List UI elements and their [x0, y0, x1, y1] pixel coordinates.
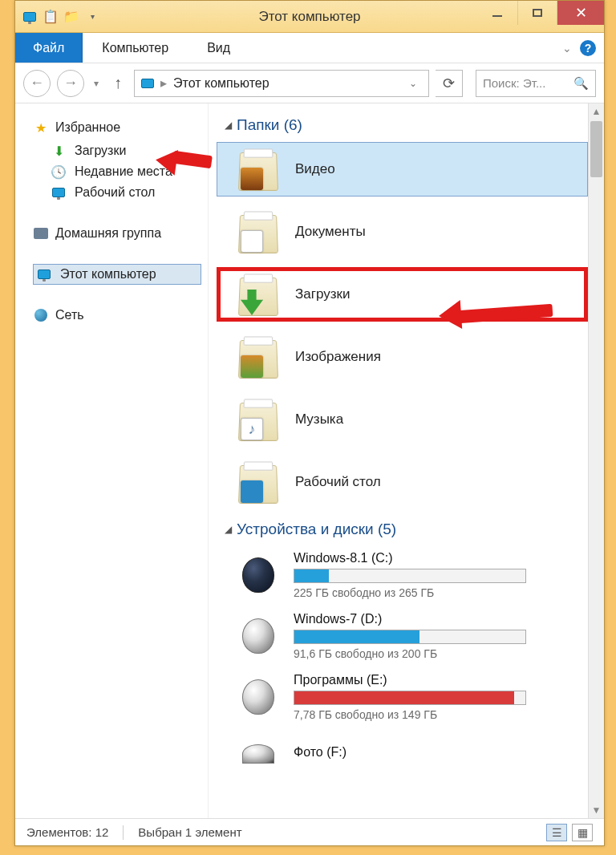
search-placeholder: Поиск: Эт... — [483, 76, 573, 90]
folder-item-desktop[interactable]: Рабочий стол — [217, 455, 588, 509]
address-dropdown-icon[interactable]: ⌄ — [404, 78, 422, 89]
titlebar[interactable]: 📋 📁 ▾ Этот компьютер ✕ — [15, 1, 604, 33]
capacity-bar — [294, 569, 526, 583]
content-pane: ◢ Папки (6) Видео Документы Загрузки — [208, 103, 604, 818]
up-button[interactable]: ↑ — [108, 74, 128, 93]
sidebar-network[interactable]: Сеть — [33, 307, 201, 323]
drive-item-f[interactable]: Фото (F:) — [217, 729, 588, 774]
homegroup-icon — [33, 225, 49, 241]
star-icon: ★ — [33, 120, 49, 136]
drive-icon — [236, 734, 281, 774]
view-controls: ☰ ▦ — [546, 824, 593, 841]
folder-item-pictures[interactable]: Изображения — [217, 330, 588, 384]
quick-access-toolbar: 📋 📁 ▾ — [15, 9, 100, 25]
folder-item-music[interactable]: ♪ Музыка — [217, 392, 588, 447]
breadcrumb-text[interactable]: Этот компьютер — [173, 76, 398, 91]
folder-icon — [236, 334, 281, 379]
folder-icon — [236, 272, 281, 317]
search-box[interactable]: Поиск: Эт... 🔍 — [476, 70, 596, 97]
folders-group-header[interactable]: ◢ Папки (6) — [225, 116, 588, 134]
sidebar-item-downloads[interactable]: ⬇ Загрузки — [33, 140, 201, 161]
scroll-thumb[interactable] — [590, 121, 602, 177]
maximize-button[interactable] — [517, 1, 557, 25]
folder-item-downloads[interactable]: Загрузки — [217, 267, 588, 322]
sidebar-homegroup[interactable]: Домашняя группа — [33, 225, 201, 241]
sidebar-item-desktop[interactable]: Рабочий стол — [33, 182, 201, 203]
network-icon — [33, 307, 49, 323]
close-button[interactable]: ✕ — [557, 1, 604, 25]
sidebar-item-this-pc[interactable]: Этот компьютер — [33, 264, 201, 285]
file-tab-label: Файл — [33, 41, 64, 55]
refresh-button[interactable]: ⟳ — [436, 70, 463, 97]
folder-icon — [236, 209, 281, 254]
desktop-icon — [51, 184, 67, 201]
folder-item-video[interactable]: Видео — [217, 142, 588, 197]
file-tab[interactable]: Файл — [15, 33, 83, 63]
download-icon: ⬇ — [51, 143, 67, 159]
capacity-bar — [294, 630, 526, 644]
capacity-bar — [294, 691, 526, 705]
collapse-icon[interactable]: ◢ — [225, 120, 232, 131]
drive-icon — [236, 555, 281, 595]
folder-icon: ♪ — [236, 397, 281, 442]
computer-icon — [22, 9, 38, 25]
search-icon[interactable]: 🔍 — [573, 76, 589, 91]
drive-item-e[interactable]: Программы (E:) 7,78 ГБ свободно из 149 Г… — [217, 668, 588, 726]
tab-computer[interactable]: Компьютер — [83, 33, 188, 63]
status-bar: Элементов: 12 Выбран 1 элемент ☰ ▦ — [15, 818, 604, 845]
history-dropdown-icon[interactable]: ▾ — [91, 78, 102, 89]
drive-item-d[interactable]: Windows-7 (D:) 91,6 ГБ свободно из 200 Г… — [217, 607, 588, 665]
forward-button[interactable]: → — [57, 70, 84, 97]
drive-icon — [236, 616, 281, 656]
qat-dropdown-icon[interactable]: ▾ — [84, 9, 100, 25]
drives-group-header[interactable]: ◢ Устройства и диски (5) — [225, 521, 588, 538]
clock-icon: 🕓 — [51, 164, 67, 180]
tab-view[interactable]: Вид — [188, 33, 249, 63]
folder-item-documents[interactable]: Документы — [217, 205, 588, 259]
scroll-down-icon[interactable]: ▼ — [589, 802, 604, 818]
help-icon[interactable]: ? — [580, 40, 596, 56]
window-controls: ✕ — [477, 1, 604, 25]
computer-icon — [36, 266, 52, 282]
folder-icon — [236, 147, 281, 192]
properties-icon[interactable]: 📋 — [43, 9, 59, 25]
back-button[interactable]: ← — [23, 70, 51, 97]
body: ★ Избранное ⬇ Загрузки 🕓 Недавние места … — [15, 103, 604, 818]
minimize-button[interactable] — [477, 1, 517, 25]
separator — [123, 825, 124, 840]
computer-icon — [141, 79, 154, 88]
status-selection: Выбран 1 элемент — [138, 825, 241, 839]
view-details-button[interactable]: ☰ — [546, 824, 567, 841]
scroll-up-icon[interactable]: ▲ — [589, 103, 604, 120]
address-bar[interactable]: ▸ Этот компьютер ⌄ — [134, 70, 429, 97]
sidebar-favorites-header[interactable]: ★ Избранное — [33, 120, 201, 136]
content-scroll[interactable]: ◢ Папки (6) Видео Документы Загрузки — [209, 103, 588, 818]
view-icons-button[interactable]: ▦ — [572, 824, 593, 841]
ribbon-expand-icon[interactable]: ⌄ — [562, 42, 572, 55]
breadcrumb-separator-icon: ▸ — [160, 75, 167, 91]
vertical-scrollbar[interactable]: ▲ ▼ — [588, 103, 604, 818]
explorer-window: 📋 📁 ▾ Этот компьютер ✕ Файл Компьютер Ви… — [14, 0, 605, 846]
new-folder-icon[interactable]: 📁 — [63, 9, 79, 25]
drive-icon — [236, 677, 281, 717]
folder-icon — [236, 460, 281, 504]
collapse-icon[interactable]: ◢ — [225, 524, 232, 535]
drive-item-c[interactable]: Windows-8.1 (C:) 225 ГБ свободно из 265 … — [217, 546, 588, 604]
ribbon-tabs: Файл Компьютер Вид ⌄ ? — [15, 33, 604, 63]
status-item-count: Элементов: 12 — [26, 825, 108, 839]
navigation-pane: ★ Избранное ⬇ Загрузки 🕓 Недавние места … — [15, 103, 208, 818]
sidebar-item-recent[interactable]: 🕓 Недавние места — [33, 161, 201, 182]
navigation-bar: ← → ▾ ↑ ▸ Этот компьютер ⌄ ⟳ Поиск: Эт..… — [15, 63, 604, 103]
